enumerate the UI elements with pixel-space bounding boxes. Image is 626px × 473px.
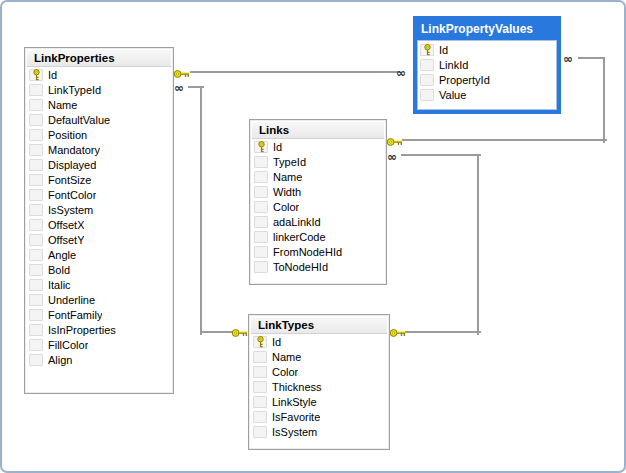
relationship4-line[interactable] — [401, 154, 481, 156]
column-row-tonodehid[interactable]: ToNodeHId — [252, 259, 384, 274]
column-list: IdLinkIdPropertyIdValue — [418, 42, 556, 102]
relationship1-many-icon: ∞ — [396, 68, 405, 78]
relationship3-many-icon: ∞ — [563, 54, 572, 64]
row-selector — [29, 354, 43, 366]
relationship3-line[interactable] — [402, 139, 607, 141]
relationship3-line[interactable] — [578, 57, 605, 59]
column-name: adaLinkId — [273, 216, 321, 228]
column-row-fontfamily[interactable]: FontFamily — [27, 307, 171, 322]
column-row-issystem[interactable]: IsSystem — [251, 424, 387, 439]
row-selector — [254, 216, 268, 228]
column-name: linkerCode — [273, 231, 326, 243]
column-row-linkstyle[interactable]: LinkStyle — [251, 394, 387, 409]
column-row-displayed[interactable]: Displayed — [27, 157, 171, 172]
column-name: FontFamily — [48, 309, 102, 321]
column-row-offsetx[interactable]: OffsetX — [27, 217, 171, 232]
column-name: Thickness — [272, 381, 322, 393]
column-row-issystem[interactable]: IsSystem — [27, 202, 171, 217]
column-row-linkercode[interactable]: linkerCode — [252, 229, 384, 244]
relationship2-line[interactable] — [200, 86, 202, 335]
column-row-fontcolor[interactable]: FontColor — [27, 187, 171, 202]
column-row-name[interactable]: Name — [252, 169, 384, 184]
table-node-links[interactable]: Links IdTypeIdNameWidthColoradaLinkIdlin… — [249, 119, 387, 285]
relationship2-many-icon: ∞ — [174, 83, 183, 93]
column-row-id[interactable]: Id — [252, 139, 384, 154]
column-name: Italic — [48, 279, 71, 291]
column-row-linktypeid[interactable]: LinkTypeId — [27, 82, 171, 97]
row-selector — [29, 264, 43, 276]
row-selector — [29, 174, 43, 186]
column-row-defaultvalue[interactable]: DefaultValue — [27, 112, 171, 127]
column-name: OffsetX — [48, 219, 84, 231]
row-selector — [253, 396, 267, 408]
column-row-underline[interactable]: Underline — [27, 292, 171, 307]
row-selector — [29, 219, 43, 231]
column-row-color[interactable]: Color — [251, 364, 387, 379]
column-row-typeid[interactable]: TypeId — [252, 154, 384, 169]
row-selector — [29, 339, 43, 351]
relationship2-one-key-icon — [231, 327, 248, 339]
column-row-offsety[interactable]: OffsetY — [27, 232, 171, 247]
column-row-fontsize[interactable]: FontSize — [27, 172, 171, 187]
column-list: IdLinkTypeIdNameDefaultValuePositionMand… — [27, 67, 171, 367]
relationship1-line[interactable] — [190, 71, 400, 73]
column-row-linkid[interactable]: LinkId — [418, 57, 556, 72]
column-name: Color — [273, 201, 299, 213]
column-name: Width — [273, 186, 301, 198]
row-selector — [420, 74, 434, 86]
column-row-thickness[interactable]: Thickness — [251, 379, 387, 394]
row-selector — [29, 114, 43, 126]
column-name: IsSystem — [272, 426, 317, 438]
column-row-bold[interactable]: Bold — [27, 262, 171, 277]
column-row-value[interactable]: Value — [418, 87, 556, 102]
column-name: Bold — [48, 264, 70, 276]
primary-key-icon — [254, 141, 268, 153]
column-list: IdNameColorThicknessLinkStyleIsFavoriteI… — [251, 334, 387, 439]
relationship3-line[interactable] — [603, 57, 605, 143]
column-row-angle[interactable]: Angle — [27, 247, 171, 262]
row-selector — [29, 159, 43, 171]
relationship4-line[interactable] — [477, 154, 479, 335]
column-name: Color — [272, 366, 298, 378]
row-selector — [254, 246, 268, 258]
table-node-linktypes[interactable]: LinkTypes IdNameColorThicknessLinkStyleI… — [248, 314, 390, 450]
relationship4-line[interactable] — [405, 331, 481, 333]
column-row-fillcolor[interactable]: FillColor — [27, 337, 171, 352]
table-title-linkproperties[interactable]: LinkProperties — [27, 50, 171, 67]
column-row-propertyid[interactable]: PropertyId — [418, 72, 556, 87]
row-selector — [253, 351, 267, 363]
column-row-name[interactable]: Name — [251, 349, 387, 364]
column-name: FromNodeHId — [273, 246, 342, 258]
row-selector — [254, 171, 268, 183]
column-row-isinproperties[interactable]: IsInProperties — [27, 322, 171, 337]
relationship4-many-icon: ∞ — [387, 152, 396, 162]
table-node-linkpropertyvalues[interactable]: LinkPropertyValues IdLinkIdPropertyIdVal… — [413, 16, 561, 114]
column-list: IdTypeIdNameWidthColoradaLinkIdlinkerCod… — [252, 139, 384, 274]
row-selector — [29, 189, 43, 201]
column-name: Name — [273, 171, 302, 183]
column-name: Mandatory — [48, 144, 100, 156]
column-row-position[interactable]: Position — [27, 127, 171, 142]
column-row-isfavorite[interactable]: IsFavorite — [251, 409, 387, 424]
table-title-links[interactable]: Links — [252, 122, 384, 139]
column-row-id[interactable]: Id — [27, 67, 171, 82]
row-selector — [29, 294, 43, 306]
column-row-id[interactable]: Id — [418, 42, 556, 57]
table-title-linkpropertyvalues[interactable]: LinkPropertyValues — [417, 20, 557, 40]
column-row-fromnodehid[interactable]: FromNodeHId — [252, 244, 384, 259]
row-selector — [253, 366, 267, 378]
column-row-name[interactable]: Name — [27, 97, 171, 112]
row-selector — [29, 144, 43, 156]
column-row-color[interactable]: Color — [252, 199, 384, 214]
relationship2-line[interactable] — [200, 331, 233, 333]
column-row-adalinkid[interactable]: adaLinkId — [252, 214, 384, 229]
column-name: LinkTypeId — [48, 84, 101, 96]
row-selector — [253, 426, 267, 438]
column-row-mandatory[interactable]: Mandatory — [27, 142, 171, 157]
column-row-italic[interactable]: Italic — [27, 277, 171, 292]
table-node-linkproperties[interactable]: LinkProperties IdLinkTypeIdNameDefaultVa… — [24, 47, 174, 394]
column-row-width[interactable]: Width — [252, 184, 384, 199]
column-row-id[interactable]: Id — [251, 334, 387, 349]
table-title-linktypes[interactable]: LinkTypes — [251, 317, 387, 334]
column-row-align[interactable]: Align — [27, 352, 171, 367]
